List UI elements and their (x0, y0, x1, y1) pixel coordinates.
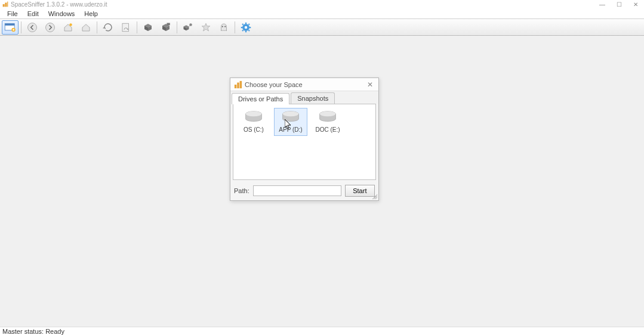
minimize-button[interactable]: — (594, 0, 611, 8)
ghost-button[interactable] (215, 20, 232, 35)
forward-button[interactable] (42, 20, 58, 35)
back-icon (27, 22, 38, 33)
forward-icon (45, 22, 56, 33)
titlebar: SpaceSniffer 1.3.0.2 - www.uderzo.it — ☐… (0, 0, 644, 8)
box-icon (143, 22, 153, 33)
dialog-icon (234, 80, 242, 89)
back-button[interactable] (24, 20, 41, 35)
drive-icon (318, 111, 338, 123)
home-pin-icon (63, 22, 73, 33)
window-controls: — ☐ ✕ (594, 0, 644, 8)
settings-button[interactable] (238, 20, 254, 35)
box3-button[interactable] (180, 20, 196, 35)
toolbar-sep (97, 21, 97, 33)
window-title: SpaceSniffer 1.3.0.2 - www.uderzo.it (11, 1, 107, 8)
drive-label: APP (D:) (276, 126, 306, 133)
dialog-close-button[interactable]: ✕ (365, 80, 375, 89)
menubar: File Edit Windows Help (0, 8, 644, 19)
reload-icon (121, 22, 131, 33)
new-scan-button[interactable] (2, 20, 19, 35)
path-label: Path: (234, 187, 249, 194)
box2-button[interactable] (158, 20, 174, 35)
toolbar-sep (137, 21, 137, 33)
toolbar (0, 19, 644, 36)
dialog-footer: Path: Start (230, 182, 378, 200)
drive-c[interactable]: OS (C:) (237, 108, 270, 136)
statusbar: Master status: Ready (0, 327, 644, 335)
menu-help[interactable]: Help (79, 9, 103, 18)
menu-windows[interactable]: Windows (44, 9, 80, 18)
svg-point-8 (69, 23, 72, 26)
svg-point-7 (46, 23, 55, 32)
svg-point-6 (28, 23, 37, 32)
gear-icon (241, 22, 251, 33)
menu-edit[interactable]: Edit (23, 9, 44, 18)
favorite-button[interactable] (198, 20, 214, 35)
dialog-tabs: Drives or Paths Snapshots (230, 91, 378, 104)
home-button[interactable] (78, 20, 94, 35)
svg-rect-2 (7, 2, 8, 7)
path-input[interactable] (253, 185, 341, 196)
svg-rect-16 (235, 85, 237, 88)
toolbar-sep (235, 21, 235, 33)
svg-point-15 (245, 26, 248, 29)
tab-drives[interactable]: Drives or Paths (232, 93, 289, 104)
reload-button[interactable] (118, 20, 134, 35)
menu-file[interactable]: File (2, 9, 23, 18)
svg-rect-1 (5, 3, 7, 7)
drive-label: OS (C:) (239, 126, 269, 133)
drive-label: DOC (E:) (313, 126, 343, 133)
svg-rect-0 (3, 4, 5, 7)
svg-point-12 (222, 26, 223, 27)
drive-icon (281, 111, 301, 123)
svg-rect-18 (240, 80, 242, 88)
refresh-button[interactable] (100, 20, 116, 35)
box-link-icon (183, 22, 193, 33)
box1-button[interactable] (140, 20, 156, 35)
close-button[interactable]: ✕ (627, 0, 644, 8)
home-pin-button[interactable] (60, 20, 76, 35)
svg-point-20 (246, 111, 262, 116)
drive-d[interactable]: APP (D:) (274, 108, 307, 136)
svg-point-24 (320, 111, 336, 116)
star-icon (201, 22, 211, 33)
choose-space-dialog: Choose your Space ✕ Drives or Paths Snap… (230, 77, 379, 201)
svg-rect-17 (237, 82, 239, 88)
home-icon (81, 22, 91, 33)
svg-rect-9 (122, 23, 129, 32)
dialog-title: Choose your Space (245, 81, 303, 88)
maximize-button[interactable]: ☐ (611, 0, 627, 8)
tab-snapshots[interactable]: Snapshots (291, 92, 335, 104)
ghost-icon (218, 22, 229, 33)
svg-rect-10 (167, 23, 170, 25)
dialog-body: OS (C:) APP (D:) DOC (E:) (233, 104, 376, 180)
drive-e[interactable]: DOC (E:) (311, 108, 344, 136)
app-icon (2, 1, 8, 7)
svg-rect-4 (5, 23, 14, 25)
start-button[interactable]: Start (345, 185, 375, 197)
dialog-titlebar[interactable]: Choose your Space ✕ (230, 78, 378, 91)
toolbar-sep (21, 21, 21, 33)
drive-icon (244, 111, 264, 123)
new-scan-icon (4, 23, 16, 32)
svg-point-22 (283, 111, 299, 116)
svg-point-13 (224, 26, 226, 27)
refresh-icon (103, 22, 113, 33)
resize-grip[interactable] (371, 193, 377, 199)
status-text: Master status: Ready (2, 328, 64, 335)
toolbar-sep (177, 21, 177, 33)
box-stack-icon (161, 22, 171, 33)
